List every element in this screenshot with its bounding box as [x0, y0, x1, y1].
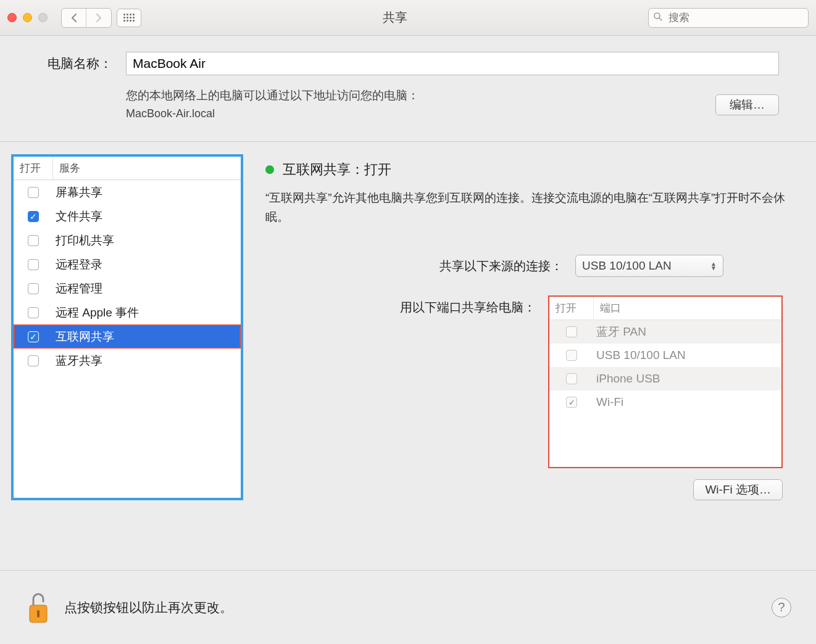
- service-checkbox[interactable]: ✓: [28, 331, 39, 342]
- ports-list: 打开 端口 蓝牙 PANUSB 10/100 LANiPhone USBWi-F…: [548, 295, 783, 468]
- services-header-svc: 服务: [53, 157, 241, 180]
- port-checkbox[interactable]: [566, 350, 577, 361]
- port-checkbox[interactable]: [566, 397, 577, 408]
- port-row[interactable]: USB 10/100 LAN: [549, 344, 781, 367]
- port-checkbox[interactable]: [566, 373, 577, 384]
- traffic-lights: [7, 13, 48, 22]
- search-icon: [653, 12, 663, 25]
- service-label: 远程管理: [53, 281, 241, 297]
- service-checkbox[interactable]: [28, 307, 39, 318]
- status-description: “互联网共享”允许其他电脑共享您到互联网的连接。连接交流电源的电脑在“互联网共享…: [265, 189, 789, 226]
- status-row: 互联网共享：打开: [265, 160, 789, 179]
- services-header-on: 打开: [14, 157, 53, 180]
- port-checkbox[interactable]: [566, 326, 577, 337]
- service-row[interactable]: 远程管理: [14, 276, 241, 300]
- nav-back-forward: [61, 8, 112, 28]
- computer-name-label: 电脑名称：: [37, 55, 112, 72]
- lock-icon[interactable]: [25, 590, 52, 625]
- minimize-window-button[interactable]: [23, 13, 32, 22]
- wifi-options-button[interactable]: Wi-Fi 选项…: [693, 479, 783, 500]
- service-label: 远程 Apple 事件: [53, 305, 241, 321]
- back-button[interactable]: [62, 9, 86, 27]
- ports-header-on: 打开: [549, 297, 594, 320]
- window-toolbar: 共享: [0, 0, 816, 36]
- service-checkbox[interactable]: [28, 283, 39, 294]
- service-row[interactable]: 打印机共享: [14, 228, 241, 252]
- search-input[interactable]: [648, 8, 809, 28]
- forward-button[interactable]: [86, 9, 111, 27]
- service-row[interactable]: ✓互联网共享: [14, 324, 241, 349]
- ports-header-name: 端口: [594, 297, 781, 320]
- close-window-button[interactable]: [7, 13, 17, 22]
- service-label: 打印机共享: [53, 233, 241, 249]
- port-label: 蓝牙 PAN: [594, 324, 781, 340]
- share-to-row: 用以下端口共享给电脑： 打开 端口 蓝牙 PANUSB 10/100 LANiP…: [265, 295, 789, 468]
- service-label: 文件共享: [53, 208, 241, 225]
- service-label: 远程登录: [53, 257, 241, 273]
- status-title: 互联网共享：打开: [283, 160, 391, 179]
- service-checkbox[interactable]: [28, 355, 39, 366]
- port-label: USB 10/100 LAN: [594, 349, 781, 362]
- grid-icon: [123, 14, 135, 22]
- share-from-popup[interactable]: USB 10/100 LAN ▲▼: [575, 255, 723, 277]
- service-row[interactable]: 屏幕共享: [14, 180, 241, 204]
- main-area: 打开 服务 屏幕共享✓文件共享打印机共享远程登录远程管理远程 Apple 事件✓…: [0, 142, 816, 500]
- svg-line-1: [659, 18, 662, 20]
- service-checkbox[interactable]: ✓: [28, 211, 39, 222]
- svg-rect-3: [37, 610, 40, 617]
- status-indicator-icon: [265, 165, 274, 174]
- computer-local-hostname: MacBook-Air.local: [126, 105, 707, 123]
- port-label: iPhone USB: [594, 372, 781, 386]
- port-label: Wi-Fi: [594, 395, 781, 409]
- window-title: 共享: [146, 9, 643, 26]
- search-field-wrap: [648, 8, 809, 28]
- service-row[interactable]: ✓文件共享: [14, 204, 241, 228]
- share-from-row: 共享以下来源的连接： USB 10/100 LAN ▲▼: [265, 255, 789, 277]
- computer-name-desc: 您的本地网络上的电脑可以通过以下地址访问您的电脑：: [126, 86, 707, 104]
- service-detail: 互联网共享：打开 “互联网共享”允许其他电脑共享您到互联网的连接。连接交流电源的…: [249, 154, 805, 500]
- service-row[interactable]: 远程登录: [14, 252, 241, 276]
- port-row[interactable]: Wi-Fi: [549, 390, 781, 414]
- popup-arrows-icon: ▲▼: [710, 262, 717, 270]
- service-label: 蓝牙共享: [53, 353, 241, 369]
- service-label: 屏幕共享: [53, 184, 241, 200]
- edit-button[interactable]: 编辑…: [715, 94, 779, 115]
- computer-name-input[interactable]: [126, 52, 779, 75]
- show-all-button[interactable]: [117, 9, 141, 27]
- ports-header: 打开 端口: [549, 297, 781, 320]
- services-header: 打开 服务: [14, 157, 241, 180]
- service-row[interactable]: 远程 Apple 事件: [14, 300, 241, 324]
- port-row[interactable]: 蓝牙 PAN: [549, 320, 781, 344]
- service-checkbox[interactable]: [28, 259, 39, 270]
- help-button[interactable]: ?: [772, 598, 791, 617]
- share-to-label: 用以下端口共享给电脑：: [400, 299, 536, 316]
- service-row[interactable]: 蓝牙共享: [14, 349, 241, 373]
- port-row[interactable]: iPhone USB: [549, 367, 781, 390]
- share-from-label: 共享以下来源的连接：: [439, 258, 563, 275]
- service-checkbox[interactable]: [28, 235, 39, 246]
- computer-name-panel: 电脑名称： 您的本地网络上的电脑可以通过以下地址访问您的电脑： MacBook-…: [0, 36, 816, 142]
- lock-text: 点按锁按钮以防止再次更改。: [64, 599, 233, 616]
- service-checkbox[interactable]: [28, 187, 39, 198]
- share-from-value: USB 10/100 LAN: [582, 259, 672, 273]
- zoom-window-button[interactable]: [38, 13, 48, 22]
- service-label: 互联网共享: [53, 329, 241, 345]
- services-list: 打开 服务 屏幕共享✓文件共享打印机共享远程登录远程管理远程 Apple 事件✓…: [11, 154, 243, 500]
- footer: 点按锁按钮以防止再次更改。 ?: [0, 570, 816, 644]
